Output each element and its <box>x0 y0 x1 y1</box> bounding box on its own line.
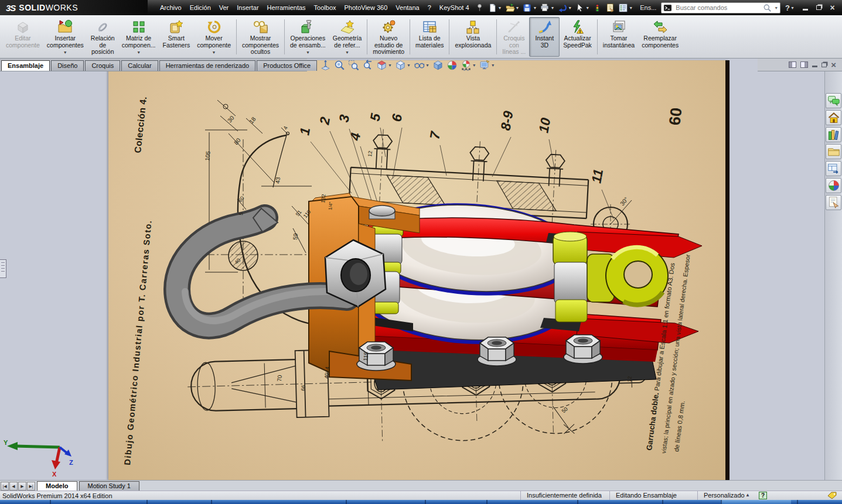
edit-component-button[interactable]: Editarcomponente <box>2 17 43 57</box>
dropdown-caret-icon[interactable]: ▼ <box>63 49 67 56</box>
zoom-fit-button[interactable] <box>333 60 346 71</box>
replace-components-icon <box>653 19 668 35</box>
view-palette-button[interactable] <box>826 161 841 176</box>
menu-edici-n[interactable]: Edición <box>186 0 215 15</box>
menu-photoview-360[interactable]: PhotoView 360 <box>340 0 392 15</box>
sketch-with-lines-button[interactable]: Croquisconlíneas ... <box>499 17 529 57</box>
new-motion-study-button[interactable]: Nuevoestudio demovimiento <box>369 17 408 57</box>
tab-productos-office[interactable]: Productos Office <box>257 60 317 71</box>
display-style-button[interactable]: ▼ <box>413 60 430 71</box>
select-arrow-icon <box>575 3 585 13</box>
quick-tips-icon[interactable]: ? <box>759 492 767 499</box>
tag-icon[interactable] <box>827 492 837 499</box>
traffic-light-icon <box>592 3 602 13</box>
pan-button[interactable] <box>319 60 332 71</box>
custom-properties-button[interactable] <box>826 195 841 210</box>
search-input[interactable] <box>674 4 761 12</box>
replace-components-button[interactable]: Reemplazarcomponentes <box>638 17 682 57</box>
minimize-button[interactable] <box>800 4 810 12</box>
appearances-button[interactable] <box>826 178 841 193</box>
close-button[interactable]: × <box>827 4 837 12</box>
select-arrow-icon-button[interactable]: ▼ <box>574 2 591 13</box>
tab-ensamblaje[interactable]: Ensamblaje <box>1 60 50 71</box>
tab-nav-first-button[interactable]: |◀ <box>1 482 9 491</box>
view-palette-icon <box>827 162 840 175</box>
feature-tree-collapsed-tab[interactable] <box>0 259 6 278</box>
tab-calcular[interactable]: Calcular <box>121 60 158 71</box>
bill-of-materials-button[interactable]: Lista demateriales <box>412 17 447 57</box>
dropdown-caret-icon[interactable]: ▼ <box>212 49 216 56</box>
print-icon-button[interactable]: ▼ <box>538 2 555 13</box>
mate-button[interactable]: Relacióndeposición <box>87 17 118 57</box>
home-button[interactable] <box>826 110 841 125</box>
update-speedpak-button[interactable]: ActualizarSpeedPak <box>560 17 595 57</box>
pin-icon-button[interactable] <box>473 2 486 13</box>
undo-icon-button[interactable]: ▼ <box>556 2 573 13</box>
instant-3d-button[interactable]: Instant3D <box>529 17 560 57</box>
zoom-selected-button[interactable] <box>362 60 374 71</box>
help-button[interactable]: ?▼ <box>785 4 795 12</box>
shaded-cube-button[interactable] <box>432 60 444 71</box>
svg-text:Dibujo Geométrico Industrial: Dibujo Geométrico Industrial por T. Carr… <box>122 220 154 465</box>
take-snapshot-button[interactable]: Tomarinstantánea <box>599 17 638 57</box>
svg-text:132: 132 <box>320 194 327 203</box>
graphics-viewport[interactable]: Colección 4.Dibujo Geométrico Industrial… <box>0 59 842 480</box>
tab-nav-previous-button[interactable]: ◀ <box>9 482 18 491</box>
command-search[interactable]: ▼ <box>661 2 780 13</box>
pane-right-icon[interactable] <box>800 61 808 68</box>
tab-nav-last-button[interactable]: ▶| <box>27 482 35 491</box>
file-explorer-button[interactable] <box>826 144 841 159</box>
edit-scene-button[interactable]: ▼ <box>479 60 496 71</box>
model-tab-motion-study-1[interactable]: Motion Study 1 <box>79 481 139 491</box>
menu-ventana[interactable]: Ventana <box>391 0 423 15</box>
tab-croquis[interactable]: Croquis <box>85 60 120 71</box>
dropdown-caret-icon[interactable]: ▼ <box>137 49 141 56</box>
section-view-button[interactable]: ▼ <box>376 60 393 71</box>
save-icon-button[interactable]: ▼ <box>521 2 538 13</box>
move-component-button[interactable]: Movercomponente▼ <box>193 17 234 57</box>
doc-minimize-button[interactable] <box>812 62 817 67</box>
units-caret-icon[interactable]: ▲ <box>745 492 750 498</box>
tab-dise-o[interactable]: Diseño <box>51 60 84 71</box>
tab-herramientas-de-renderizado[interactable]: Herramientas de renderizado <box>159 60 255 71</box>
component-pattern-button[interactable]: Matriz decomponen...▼ <box>118 17 159 57</box>
ribbon-separator <box>410 19 410 54</box>
show-hidden-components-button[interactable]: Mostrarcomponentesocultos <box>238 17 282 57</box>
search-caret-icon[interactable]: ▼ <box>774 6 778 10</box>
design-library-button[interactable] <box>826 127 841 142</box>
menu-herramientas[interactable]: Herramientas <box>263 0 310 15</box>
traffic-light-icon-button[interactable] <box>591 2 604 13</box>
zoom-area-button[interactable] <box>347 60 360 71</box>
open-file-icon-button[interactable]: ▼ <box>504 2 521 13</box>
menu-keyshot-4[interactable]: KeyShot 4 <box>435 0 473 15</box>
new-document-icon-button[interactable]: ▼ <box>486 2 503 13</box>
model-tab-modelo[interactable]: Modelo <box>37 481 77 491</box>
reference-geometry-button[interactable]: Geometríade refer...▼ <box>329 17 366 57</box>
document-window-controls: × <box>758 59 842 71</box>
smart-fasteners-button[interactable]: SmartFasteners <box>159 17 194 57</box>
magnifier-icon[interactable] <box>763 4 772 12</box>
shadows-button[interactable]: ▼ <box>460 60 477 71</box>
chat-button[interactable] <box>826 93 841 108</box>
restore-button[interactable] <box>814 4 824 12</box>
realview-button[interactable] <box>446 60 458 71</box>
pane-left-icon[interactable] <box>789 61 796 68</box>
tab-nav-next-button[interactable]: ▶ <box>18 482 26 491</box>
dropdown-caret-icon[interactable]: ▼ <box>345 49 349 56</box>
dropdown-caret-icon[interactable]: ▼ <box>306 49 310 56</box>
menu--[interactable]: ? <box>424 0 435 15</box>
exploded-view-button[interactable]: Vistaexplosionada <box>451 17 495 57</box>
view-orientation-button[interactable]: ▼ <box>394 60 411 71</box>
windows-taskbar-sliver[interactable] <box>0 500 842 504</box>
doc-restore-button[interactable] <box>821 63 827 67</box>
menu-ver[interactable]: Ver <box>215 0 233 15</box>
insert-components-button[interactable]: Insertarcomponentes▼ <box>43 17 87 57</box>
menu-toolbox[interactable]: Toolbox <box>310 0 340 15</box>
doc-close-button[interactable]: × <box>831 61 836 68</box>
file-properties-icon-button[interactable] <box>604 2 616 13</box>
menu-insertar[interactable]: Insertar <box>233 0 263 15</box>
options-icon-button[interactable]: ▼ <box>617 2 634 13</box>
taskbar-divider <box>146 500 148 504</box>
assembly-features-button[interactable]: Operacionesde ensamb...▼ <box>287 17 329 57</box>
menu-archivo[interactable]: Archivo <box>156 0 186 15</box>
